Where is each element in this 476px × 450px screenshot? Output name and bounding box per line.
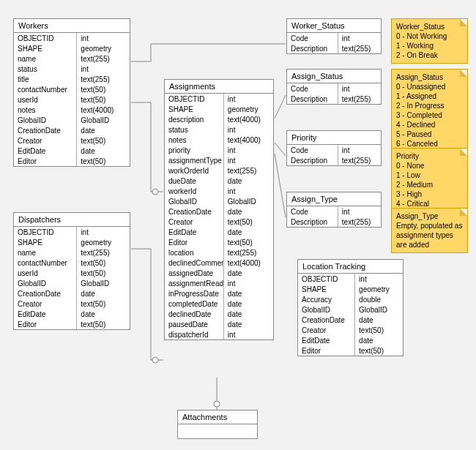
field-name: Description — [287, 43, 338, 53]
entity-worker-status: Worker_Status CodeintDescriptiontext(255… — [286, 18, 382, 54]
field-type: int — [224, 155, 273, 165]
field-row: Codeint — [287, 83, 381, 94]
field-row: GlobalIDGlobalID — [298, 304, 403, 315]
field-name: EditDate — [165, 227, 224, 237]
entity-fields: OBJECTIDintSHAPEgeometrynametext(255)sta… — [14, 33, 130, 166]
field-name: workOrderId — [165, 165, 224, 176]
field-type: date — [224, 268, 273, 278]
field-type: int — [224, 278, 273, 288]
field-row: Editortext(50) — [165, 237, 273, 247]
field-name: notes — [14, 105, 77, 115]
note-line: 4 - Declined — [396, 120, 463, 130]
field-name: Creator — [298, 325, 355, 335]
field-type: text(50) — [77, 135, 130, 146]
field-type: int — [338, 33, 381, 43]
field-name: title — [14, 74, 77, 84]
entity-title: Dispatchers — [14, 213, 130, 227]
field-row: userIdtext(50) — [14, 268, 130, 278]
field-type: text(255) — [224, 247, 273, 258]
field-name: SHAPE — [14, 237, 77, 247]
field-row: dueDatedate — [165, 176, 273, 186]
entity-title: Worker_Status — [287, 19, 381, 33]
field-name: Editor — [14, 156, 77, 166]
note-line: 5 - Paused — [396, 130, 463, 139]
field-type: GlobalID — [355, 304, 403, 315]
field-row: Creatortext(50) — [14, 135, 130, 146]
field-name: Editor — [298, 345, 355, 356]
field-name: CreationDate — [14, 288, 77, 299]
entity-fields: CodeintDescriptiontext(255) — [287, 145, 381, 165]
field-type: text(4000) — [224, 258, 273, 268]
field-row: assignmentReadint — [165, 278, 273, 288]
field-type: text(255) — [338, 217, 381, 227]
note-line: 0 - Not Working — [396, 31, 463, 41]
field-row: locationtext(255) — [165, 247, 273, 258]
field-name: contactNumber — [14, 258, 77, 268]
field-name: inProgressDate — [165, 288, 224, 299]
field-type: text(255) — [77, 74, 130, 84]
note-line: 1 - Assigned — [396, 91, 463, 101]
field-name: dueDate — [165, 176, 224, 186]
field-row: notestext(4000) — [165, 135, 273, 145]
note-line: Empty, populated as — [396, 221, 463, 230]
field-name: EditDate — [298, 335, 355, 345]
field-row: userIdtext(50) — [14, 94, 130, 105]
entity-workers: Workers OBJECTIDintSHAPEgeometrynametext… — [13, 18, 130, 167]
field-name: Description — [287, 155, 338, 165]
field-row: descriptiontext(4000) — [165, 114, 273, 124]
field-name: SHAPE — [14, 43, 77, 53]
field-name: Code — [287, 206, 338, 217]
field-row: workOrderIdtext(255) — [165, 165, 273, 176]
field-type: int — [224, 124, 273, 135]
field-type: int — [77, 33, 130, 43]
field-row: OBJECTIDint — [165, 94, 273, 104]
field-type: date — [77, 288, 130, 299]
note-line: 0 - None — [396, 161, 463, 170]
field-type: GlobalID — [77, 115, 130, 125]
field-type: text(50) — [355, 345, 403, 356]
field-row: Editortext(50) — [298, 345, 403, 356]
field-row: OBJECTIDint — [14, 33, 130, 43]
field-type: int — [224, 329, 273, 340]
field-type: int — [355, 274, 403, 284]
field-row: OBJECTIDint — [298, 274, 403, 284]
field-name: Creator — [14, 299, 77, 309]
field-type: text(50) — [77, 319, 130, 329]
field-name: Description — [287, 217, 338, 227]
field-type: date — [224, 299, 273, 309]
field-name: description — [165, 114, 224, 124]
field-row: CreationDatedate — [14, 288, 130, 299]
entity-fields: CodeintDescriptiontext(255) — [287, 33, 381, 53]
field-type: date — [77, 309, 130, 319]
entity-fields: CodeintDescriptiontext(255) — [287, 206, 381, 227]
field-row: Descriptiontext(255) — [287, 217, 381, 227]
field-row: GlobalIDGlobalID — [14, 278, 130, 288]
field-row: assignmentTypeint — [165, 155, 273, 165]
field-type: text(255) — [338, 43, 381, 53]
field-name: status — [165, 124, 224, 135]
note-title: Priority — [396, 151, 463, 161]
field-row: Codeint — [287, 145, 381, 155]
field-name: SHAPE — [165, 104, 224, 114]
field-type: text(50) — [224, 217, 273, 227]
field-name: Editor — [14, 319, 77, 329]
note-line: 1 - Low — [396, 170, 463, 180]
field-name: Code — [287, 33, 338, 43]
note-line: 2 - Medium — [396, 180, 463, 190]
field-type: text(255) — [77, 247, 130, 258]
note-line: 2 - In Progress — [396, 101, 463, 110]
field-name: priority — [165, 145, 224, 155]
field-name: Description — [287, 94, 338, 104]
field-row: GlobalIDGlobalID — [14, 115, 130, 125]
field-name: GlobalID — [14, 278, 77, 288]
field-type: geometry — [77, 43, 130, 53]
field-name: assignedDate — [165, 268, 224, 278]
field-type: date — [77, 146, 130, 156]
field-row: titletext(255) — [14, 74, 130, 84]
field-type: geometry — [224, 104, 273, 114]
field-row: declinedDatedate — [165, 309, 273, 319]
field-name: Code — [287, 83, 338, 94]
field-row: priorityint — [165, 145, 273, 155]
field-name: name — [14, 247, 77, 258]
field-type: text(4000) — [224, 114, 273, 124]
